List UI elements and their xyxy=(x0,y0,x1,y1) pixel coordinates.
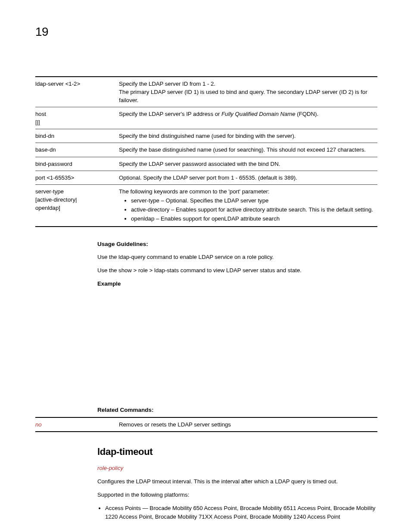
platforms-list: Access Points — Brocade Mobility 650 Acc… xyxy=(105,504,376,520)
page-root: 19 ldap-server <1-2>Specify the LDAP ser… xyxy=(0,0,411,532)
section-title: ldap-timeout xyxy=(97,445,376,459)
table-row: bind-password Specify the LDAP server pa… xyxy=(35,157,377,171)
param-name-cell: bind-dn xyxy=(35,129,119,143)
related-desc-cell: Removes or resets the LDAP server settin… xyxy=(119,417,377,432)
table-row: bind-dn Specify the bind distinguished n… xyxy=(35,129,377,143)
param-desc-cell: Specify the LDAP server password associa… xyxy=(119,157,377,171)
chapter-number: 19 xyxy=(35,23,377,41)
related-cmd-link[interactable]: no xyxy=(35,421,42,428)
param-name-cell: base-dn xyxy=(35,143,119,157)
supported-label: Supported in the following platforms: xyxy=(97,491,376,499)
param-name-cell: ldap-server <1-2> xyxy=(35,77,119,107)
table-row: host [|]Specify the LDAP server's IP add… xyxy=(35,107,377,129)
param-name-cell: port <1-65535> xyxy=(35,171,119,184)
param-name-cell: bind-password xyxy=(35,157,119,171)
param-name-cell: host [|] xyxy=(35,107,119,129)
section-intro: Configures the LDAP timeout interval. Th… xyxy=(97,477,376,485)
related-cmd-cell: no xyxy=(35,417,119,432)
param-desc-cell: Specify the bind distinguished name (use… xyxy=(119,129,377,143)
param-name-cell: server-type[active-directory|openldap] xyxy=(35,184,119,227)
usage-heading: Usage Guidelines: xyxy=(97,240,376,249)
param-desc-cell: Optional. Specify the LDAP server port f… xyxy=(119,171,377,184)
usage-line-1: Use the ldap-query command to enable LDA… xyxy=(97,253,376,261)
param-desc-cell: The following keywords are common to the… xyxy=(119,184,377,227)
list-item: Access Points — Brocade Mobility 650 Acc… xyxy=(105,504,376,520)
param-desc-cell: Specify the LDAP server ID from 1 - 2.Th… xyxy=(119,77,377,107)
related-heading-wrap: Related Commands: xyxy=(97,406,376,414)
example-label: Example xyxy=(97,280,376,288)
example-spacer xyxy=(35,293,377,406)
table-row: port <1-65535>Optional. Specify the LDAP… xyxy=(35,171,377,184)
usage-line-2: Use the show > role > ldap-stats command… xyxy=(97,266,376,274)
ldap-timeout-section: ldap-timeout role-policy Configures the … xyxy=(97,445,376,521)
table-row: base-dn Specify the base distinguished n… xyxy=(35,143,377,157)
related-heading: Related Commands: xyxy=(97,406,376,414)
param-desc-cell: Specify the LDAP server's IP address or … xyxy=(119,107,377,129)
usage-section: Usage Guidelines: Use the ldap-query com… xyxy=(97,240,376,288)
table-row: server-type[active-directory|openldap]Th… xyxy=(35,184,377,227)
table-row: ldap-server <1-2>Specify the LDAP server… xyxy=(35,77,377,107)
param-desc-cell: Specify the base distinguished name (use… xyxy=(119,143,377,157)
related-commands-table: noRemoves or resets the LDAP server sett… xyxy=(35,417,377,432)
context-link[interactable]: role-policy xyxy=(97,465,123,471)
table-row: noRemoves or resets the LDAP server sett… xyxy=(35,417,377,432)
parameters-table: ldap-server <1-2>Specify the LDAP server… xyxy=(35,76,377,227)
